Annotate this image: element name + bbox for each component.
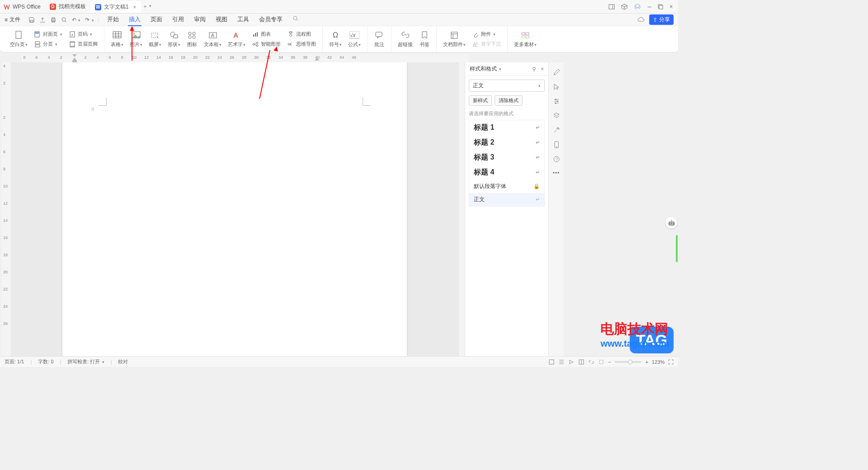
document-area[interactable]: ⁞⁞ — [11, 62, 458, 358]
symbol-button[interactable]: Ω符号▾ — [326, 29, 344, 49]
pencil-icon[interactable] — [553, 69, 560, 76]
table-button[interactable]: 表格▾ — [108, 29, 126, 49]
print-preview-icon[interactable] — [61, 17, 67, 23]
tools-icon[interactable] — [553, 127, 560, 134]
textbox-button[interactable]: A文本框▾ — [201, 29, 224, 49]
minimize-button[interactable]: ─ — [647, 4, 651, 10]
view-page-icon[interactable] — [548, 359, 555, 365]
dropcap-button[interactable]: A首字下沉 — [469, 39, 504, 49]
share-button[interactable]: ⇪ 分享 — [649, 14, 674, 25]
page[interactable]: ⁞⁞ — [62, 62, 407, 358]
tab-tools[interactable]: 工具 — [236, 14, 250, 26]
view-read-icon[interactable] — [568, 359, 575, 365]
bookmark-button[interactable]: 书签 — [416, 29, 433, 49]
shape-button[interactable]: 形状▾ — [165, 29, 183, 49]
fullscreen-icon[interactable] — [668, 359, 674, 365]
style-item-body[interactable]: 正文↵ — [469, 193, 544, 206]
style-item-h4[interactable]: 标题 4↵ — [469, 165, 544, 180]
tab-view[interactable]: 视图 — [215, 14, 228, 26]
file-menu[interactable]: ≡ 文件 — [0, 16, 25, 24]
status-page[interactable]: 页面: 1/1 — [5, 358, 24, 365]
clear-format-button[interactable]: 清除格式 — [495, 95, 523, 106]
tab-page[interactable]: 页面 — [150, 14, 163, 26]
header-footer-button[interactable]: 页眉页脚 — [66, 39, 100, 49]
panel-icon[interactable] — [609, 4, 615, 10]
close-tab-icon[interactable]: × — [133, 4, 136, 10]
picture-button[interactable]: 图片▾ — [127, 29, 145, 49]
zoom-in-button[interactable]: + — [645, 359, 648, 365]
export-icon[interactable] — [39, 17, 46, 23]
status-spell[interactable]: 拼写检查: 打开 ▾ — [67, 358, 104, 365]
zoom-value[interactable]: 123% — [652, 359, 665, 365]
close-panel-icon[interactable]: × — [541, 66, 544, 72]
app-tab[interactable]: WPS Office — [0, 1, 45, 13]
tab-member[interactable]: 会员专享 — [258, 14, 283, 26]
tab-review[interactable]: 审阅 — [193, 14, 207, 26]
svg-rect-82 — [599, 360, 603, 364]
svg-rect-65 — [522, 33, 525, 35]
chart-button[interactable]: 图表 — [249, 29, 283, 39]
undo-button[interactable]: ↶ ▾ — [72, 17, 80, 23]
redo-button[interactable]: ↷ ▾ — [85, 17, 94, 23]
current-style-select[interactable]: 正文 ▾ — [469, 80, 545, 92]
more-icon[interactable]: ••• — [553, 170, 560, 176]
style-item-h3[interactable]: 标题 3↵ — [469, 150, 544, 165]
horizontal-ruler[interactable]: 8642246810121416182022242628303234363840… — [22, 54, 469, 62]
tab-insert[interactable]: 插入 — [128, 14, 142, 26]
status-words[interactable]: 字数: 0 — [38, 358, 53, 365]
add-tab-button[interactable]: + ▾ — [144, 4, 151, 10]
wordart-button[interactable]: A艺术字▾ — [225, 29, 248, 49]
comment-button[interactable]: +批注 — [371, 29, 387, 49]
phone-icon[interactable] — [553, 141, 560, 148]
save-icon[interactable] — [28, 17, 35, 23]
view-outline-icon[interactable] — [558, 359, 565, 365]
doc-parts-button[interactable]: 文档部件▾ — [440, 29, 468, 49]
template-tab[interactable]: D 找稻壳模板 — [45, 1, 90, 13]
smartart-button[interactable]: 智能图形 — [249, 39, 283, 49]
zoom-out-button[interactable]: − — [608, 359, 611, 365]
print-icon[interactable] — [50, 17, 57, 23]
search-tab-icon[interactable] — [292, 14, 300, 26]
maximize-button[interactable] — [658, 4, 663, 9]
style-item-h2[interactable]: 标题 2↵ — [469, 135, 544, 150]
tab-reference[interactable]: 引用 — [171, 14, 185, 26]
tab-label-1: 文字文稿1 — [104, 3, 129, 11]
link-icon[interactable] — [588, 359, 594, 365]
tab-start[interactable]: 开始 — [106, 14, 120, 26]
vertical-ruler[interactable]: 422468101214161820222426 — [2, 62, 11, 358]
equation-button[interactable]: √x公式▾ — [345, 29, 363, 49]
document-tab-active[interactable]: W 文字文稿1 × — [90, 1, 141, 13]
paragraph-handle-icon[interactable]: ⁞⁞ — [91, 107, 94, 112]
style-item-default-font[interactable]: 默认段落字体🔒 — [469, 180, 544, 193]
layers-icon[interactable] — [553, 112, 560, 119]
cover-button[interactable]: 封面页▾ — [31, 29, 65, 39]
close-button[interactable]: × — [670, 4, 673, 10]
flowchart-button[interactable]: 流程图 — [284, 29, 319, 39]
icon-button[interactable]: 图标 — [184, 29, 200, 49]
view-web-icon[interactable] — [578, 359, 585, 365]
screenshot-button[interactable]: 截屏▾ — [146, 29, 164, 49]
cube-icon[interactable] — [621, 4, 627, 10]
blank-page-button[interactable]: 空白页▾ — [7, 29, 30, 49]
pin-icon[interactable]: ⚲ — [532, 66, 536, 72]
avatar-icon[interactable] — [634, 3, 641, 10]
new-style-button[interactable]: 新样式 — [469, 95, 492, 106]
more-resources-button[interactable]: 更多素材▾ — [511, 29, 539, 49]
flowchart-icon — [287, 31, 294, 38]
chevron-down-icon[interactable]: ▾ — [499, 67, 501, 71]
fit-icon[interactable] — [598, 359, 604, 365]
attachment-button[interactable]: 附件▾ — [469, 29, 504, 39]
page-number-button[interactable]: #页码▾ — [66, 29, 100, 39]
help-icon[interactable]: ? — [553, 155, 560, 163]
mindmap-button[interactable]: 思维导图 — [284, 39, 319, 49]
zoom-slider[interactable] — [614, 361, 642, 363]
cloud-sync-icon[interactable] — [637, 17, 645, 23]
status-proof[interactable]: 校对 — [118, 358, 128, 365]
ai-assistant-icon[interactable]: 🤖 — [665, 217, 677, 229]
page-break-button[interactable]: 分页▾ — [31, 39, 65, 49]
cursor-icon[interactable] — [553, 83, 560, 90]
settings-icon[interactable] — [553, 98, 560, 105]
hyperlink-button[interactable]: 超链接 — [395, 29, 415, 49]
vertical-scrollbar[interactable] — [458, 62, 465, 358]
style-item-h1[interactable]: 标题 1↵ — [469, 120, 544, 135]
